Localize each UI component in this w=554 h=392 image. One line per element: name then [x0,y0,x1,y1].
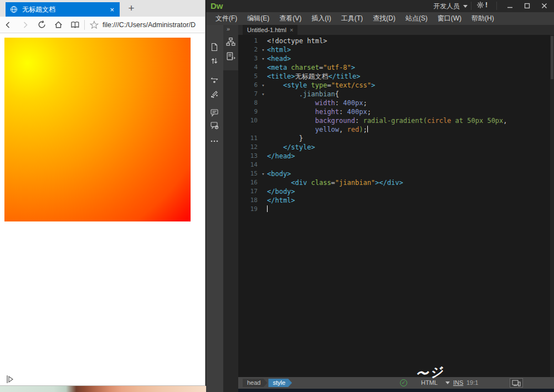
format-brush-icon[interactable] [210,90,219,99]
browser-window: 无标题文档 × + file:///C:/Users/Administrator… [0,0,206,386]
tab-close-icon[interactable]: × [109,6,115,14]
insert-mode-toggle[interactable]: INS [453,379,463,386]
text-cursor [267,205,268,212]
code-line[interactable]: 3▾<head> [238,54,554,63]
code-fold-arrow-icon[interactable]: ▾ [259,45,267,54]
line-number: 8 [238,99,259,107]
code-fold-arrow-icon[interactable]: ▾ [259,81,267,90]
code-line[interactable]: 8 width: 400px; [238,99,554,107]
tag-selector-path: headstyle [243,379,293,387]
code-line[interactable]: 4<meta charset="utf-8"> [238,63,554,72]
common-toolbar [206,25,223,392]
code-editor[interactable]: 1<!doctype html>2▾<html>3▾<head>4<meta c… [238,35,554,377]
tag-selector-head[interactable]: head [243,379,267,387]
notification-flag-icon[interactable] [6,374,16,384]
menu-item[interactable]: 窗口(W) [433,14,466,23]
code-line[interactable]: 19 [238,205,554,214]
code-line[interactable]: 1<!doctype html> [238,37,554,45]
code-line[interactable]: 15▾<body> [238,169,554,178]
expand-panels-button[interactable]: » [227,25,229,32]
document-tab-title: Untitled-1.html [247,27,286,33]
code-line[interactable]: 5<title>无标题文档</title> [238,72,554,81]
titlebar-separator [496,2,497,10]
code-line[interactable]: 17</body> [238,187,554,196]
menu-item[interactable]: 编辑(E) [242,14,274,23]
menu-item[interactable]: 插入(I) [306,14,336,23]
code-line[interactable]: 6▾ <style type="text/css"> [238,81,554,90]
code-fold-arrow-icon[interactable]: ▾ [259,90,267,99]
code-fold-arrow-icon[interactable]: ▾ [259,169,267,178]
code-text: </html> [267,196,554,205]
code-text: <title>无标题文档</title> [267,72,554,81]
device-preview-button[interactable] [510,378,523,388]
watermark: 〜ジ [415,363,445,383]
back-button[interactable] [0,17,17,33]
browser-toolbar: file:///C:/Users/Administrator/D [0,17,205,33]
code-line[interactable]: 7▾ .jianbian{ [238,90,554,99]
minimize-button[interactable] [502,0,518,11]
sync-gear-button[interactable]: ! [476,1,488,9]
menu-item[interactable]: 站点(S) [401,14,433,23]
code-text: </head> [267,152,554,161]
code-line[interactable]: yellow, red); [238,125,554,134]
code-text: width: 400px; [267,99,554,107]
code-line[interactable]: 12 </style> [238,143,554,152]
code-fold-arrow-icon[interactable]: ▾ [259,54,267,63]
close-button[interactable] [536,0,552,11]
files-panel-icon[interactable] [226,37,235,47]
forward-button[interactable] [17,17,33,33]
apply-comment-icon[interactable] [210,108,219,117]
scrollbar-thumb[interactable] [551,36,553,79]
line-number: 18 [238,196,259,205]
menu-item[interactable]: 工具(T) [336,14,368,23]
code-fold-gutter [259,187,267,196]
file-management-arrows-icon[interactable] [210,56,219,65]
code-line[interactable]: 16 <div class="jianbian"></div> [238,178,554,187]
address-bar[interactable]: file:///C:/Users/Administrator/D [102,21,196,29]
line-number: 4 [238,63,259,72]
menu-item[interactable]: 查找(D) [368,14,401,23]
code-line[interactable]: 14 [238,161,554,169]
code-fold-gutter [259,116,267,125]
code-text: background: radial-gradient(circle at 50… [267,116,554,125]
code-line[interactable]: 11 } [238,134,554,143]
code-fold-gutter [259,205,267,214]
workspace-switcher[interactable]: 开发人员 [433,2,468,11]
browser-tab[interactable]: 无标题文档 × [6,2,120,17]
maximize-button[interactable] [519,0,535,11]
refresh-button[interactable] [33,17,50,33]
code-text [267,205,554,214]
browser-viewport [0,33,205,385]
tag-selector-style[interactable]: style [268,379,292,387]
code-line[interactable]: 10 background: radial-gradient(circle at… [238,116,554,125]
code-scrollbar[interactable] [550,35,554,377]
dreamweaver-window: Dw 开发人员 ! 文件(F)编辑(E)查看(V)插入(I)工具(T)查找(D)… [206,0,554,392]
code-line[interactable]: 2▾<html> [238,45,554,54]
browser-tab-bar: 无标题文档 × + [0,0,205,17]
menu-item[interactable]: 查看(V) [274,14,306,23]
code-fold-gutter [259,152,267,161]
code-line[interactable]: 13</head> [238,152,554,161]
dw-menubar: 文件(F)编辑(E)查看(V)插入(I)工具(T)查找(D)站点(S)窗口(W)… [206,12,554,25]
dw-document-area: Untitled-1.html × 1<!doctype html>2▾<htm… [238,25,554,392]
document-tab[interactable]: Untitled-1.html × [243,25,297,35]
menu-item[interactable]: 帮助(H) [466,14,499,23]
remove-comment-icon[interactable] [210,121,219,130]
toolbar-more-icon[interactable] [210,139,219,143]
line-number: 11 [238,134,259,143]
code-text: <!doctype html> [267,37,554,45]
favorite-star-icon[interactable] [86,17,102,33]
code-line[interactable]: 9 height: 400px; [238,107,554,116]
home-button[interactable] [50,17,66,33]
document-tab-close-icon[interactable]: × [290,27,293,33]
line-number: 5 [238,72,259,81]
snippets-panel-icon[interactable] [226,51,235,61]
open-documents-icon[interactable] [210,43,219,51]
code-line[interactable]: 18</html> [238,196,554,205]
code-text: <meta charset="utf-8"> [267,63,554,72]
find-replace-icon[interactable] [210,76,219,85]
menu-item[interactable]: 文件(F) [211,14,242,23]
line-number: 15 [238,169,259,178]
reading-list-icon[interactable] [66,17,83,33]
new-tab-button[interactable]: + [124,1,138,16]
